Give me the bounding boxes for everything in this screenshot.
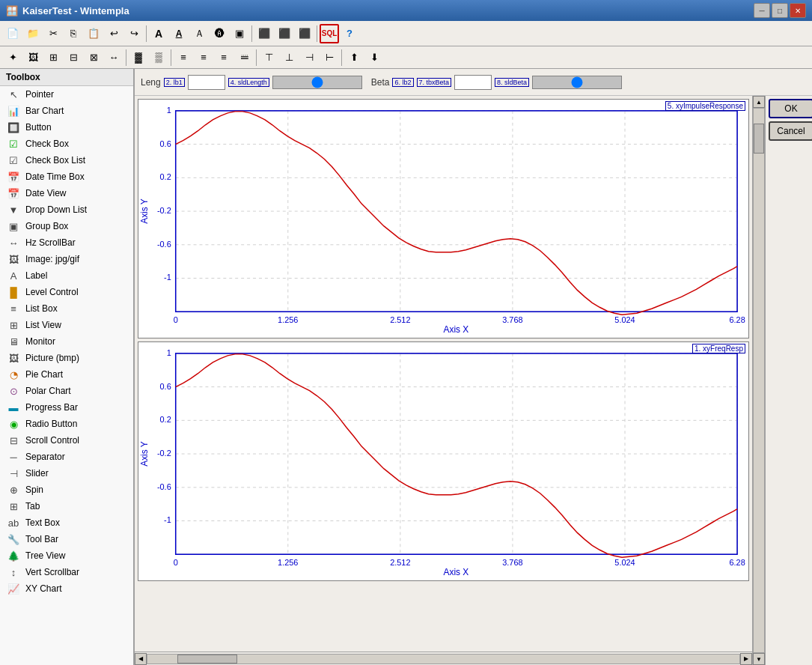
toolbox-item-date-view[interactable]: 📅Date View: [0, 185, 133, 201]
toolbar-text2-btn[interactable]: A: [169, 24, 189, 43]
scroll-up-btn[interactable]: ▲: [753, 96, 765, 108]
toolbox-item-label-2: Button: [25, 122, 52, 133]
toolbox-item-bar-chart[interactable]: 📊Bar Chart: [0, 103, 133, 119]
toolbox-item-text-box[interactable]: abText Box: [0, 514, 133, 531]
toolbar-align-j[interactable]: ⩸: [234, 48, 254, 67]
toolbox-item-scroll-control[interactable]: ⊟Scroll Control: [0, 432, 133, 449]
toolbar-align3-btn[interactable]: ⬛: [295, 24, 314, 43]
toolbar-dist1-btn[interactable]: ⊤: [259, 48, 278, 67]
toolbar-move-btn[interactable]: ↔: [104, 48, 123, 67]
toolbox-item-tool-bar[interactable]: 🔧Tool Bar: [0, 531, 133, 547]
polar-icon: ⊙: [6, 385, 21, 397]
content-area: Leng 2. lb1 4. sldLength Beta 6. lb2 7. …: [135, 69, 812, 665]
slider2-tag-top: 8. sldBeta: [495, 78, 529, 87]
toolbar-img2-btn[interactable]: ⊞: [43, 48, 63, 67]
toolbar-text-btn[interactable]: A: [149, 24, 168, 43]
toolbox-item-pie-chart[interactable]: ◔Pie Chart: [0, 366, 133, 383]
cancel-button[interactable]: Cancel: [769, 121, 812, 141]
toolbar-paste-btn[interactable]: 📋: [84, 24, 103, 43]
toolbar-align1-btn[interactable]: ⬛: [254, 24, 274, 43]
toolbar-color-btn[interactable]: 🅐: [210, 24, 229, 43]
toolbar-open-btn[interactable]: 📁: [23, 24, 43, 43]
side-buttons: OK Cancel: [765, 96, 812, 665]
toolbar-bars1-btn[interactable]: ▓: [129, 48, 148, 67]
toolbox-item-drop-down-list[interactable]: ▼Drop Down List: [0, 201, 133, 218]
toolbar-undo-btn[interactable]: ↩: [104, 24, 123, 43]
toolbar-sep-5: [171, 49, 171, 66]
toolbox-item-list-view[interactable]: ⊞List View: [0, 317, 133, 333]
toolbox-item-date-time-box[interactable]: 📅Date Time Box: [0, 168, 133, 185]
beta-slider[interactable]: [532, 76, 622, 89]
toolbox-item-xy-chart[interactable]: 📈XY Chart: [0, 580, 133, 597]
toolbox-item-vert-scrollbar[interactable]: ↕Vert Scrollbar: [0, 564, 133, 580]
scroll-right-btn[interactable]: ▶: [740, 653, 752, 665]
toolbar-sql-btn[interactable]: SQL: [320, 24, 339, 43]
toolbar-help-btn[interactable]: ?: [340, 24, 359, 43]
toolbar-redo-btn[interactable]: ↪: [124, 24, 144, 43]
toolbox-item-label[interactable]: ALabel: [0, 267, 133, 284]
toolbox-item-label-10: Image: jpg/gif: [25, 254, 79, 264]
scroll-vthumb[interactable]: [754, 124, 764, 154]
toolbox-item-label-26: Text Box: [25, 517, 60, 528]
ok-button[interactable]: OK: [769, 99, 812, 118]
svg-text:Axis Y: Axis Y: [139, 441, 150, 467]
scroll-left-btn[interactable]: ◀: [135, 653, 147, 665]
toolbar-img1-btn[interactable]: 🖼: [23, 48, 43, 67]
toolbox-item-level-control[interactable]: █Level Control: [0, 284, 133, 300]
toolbox-item-tab[interactable]: ⊞Tab: [0, 498, 133, 514]
scroll-vtrack[interactable]: [753, 108, 765, 653]
toolbox-item-group-box[interactable]: ▣Group Box: [0, 218, 133, 234]
toolbox-item-image--jpg-gif[interactable]: 🖼Image: jpg/gif: [0, 251, 133, 267]
scroll-thumb[interactable]: [177, 655, 237, 664]
toolbox-item-label-7: Drop Down List: [25, 204, 87, 215]
close-button[interactable]: ✕: [790, 3, 806, 18]
chart-1-panel: 5. xyImpulseResponse: [138, 99, 749, 338]
toolbar-align2-btn[interactable]: ⬛: [275, 24, 294, 43]
toolbox-item-separator[interactable]: ─Separator: [0, 449, 133, 465]
toolbar-align-center[interactable]: ≡: [194, 48, 213, 67]
toolbar-copy-btn[interactable]: ⎘: [64, 24, 83, 43]
checkbox-icon: ☑: [6, 138, 21, 150]
toolbox-item-picture--bmp-[interactable]: 🖼Picture (bmp): [0, 350, 133, 366]
toolbar-font-btn[interactable]: Ａ: [189, 24, 209, 43]
toolbar-dist4-btn[interactable]: ⊢: [320, 48, 339, 67]
toolbar-dist3-btn[interactable]: ⊣: [299, 48, 319, 67]
toolbox-item-label-22: Separator: [25, 452, 65, 462]
checklist-icon: ☑: [6, 154, 21, 166]
toolbox-item-hz-scrollbar[interactable]: ↔Hz ScrollBar: [0, 234, 133, 251]
toolbar-select-btn[interactable]: ⊠: [84, 48, 103, 67]
toolbar-grid-btn[interactable]: ⊟: [64, 48, 83, 67]
minimize-button[interactable]: ─: [754, 3, 770, 18]
toolbox-item-radio-button[interactable]: ◉Radio Button: [0, 416, 133, 432]
scroll-down-btn[interactable]: ▼: [753, 653, 765, 665]
toolbar-order1-btn[interactable]: ⬆: [344, 48, 364, 67]
toolbox-item-check-box-list[interactable]: ☑Check Box List: [0, 152, 133, 168]
length-slider[interactable]: [272, 76, 362, 89]
scroll-track[interactable]: [147, 654, 740, 664]
toolbox-item-polar-chart[interactable]: ⊙Polar Chart: [0, 383, 133, 399]
toolbox-item-monitor[interactable]: 🖥Monitor: [0, 333, 133, 350]
toolbar-bars2-btn[interactable]: ▒: [149, 48, 168, 67]
svg-text:2.512: 2.512: [390, 558, 410, 567]
toolbar-new-btn[interactable]: 📄: [3, 24, 22, 43]
toolbox-item-tree-view[interactable]: 🌲Tree View: [0, 547, 133, 564]
toolbar-align-left[interactable]: ≡: [174, 48, 193, 67]
toolbar-dist2-btn[interactable]: ⊥: [279, 48, 299, 67]
toolbar-cut-btn[interactable]: ✂: [43, 24, 63, 43]
toolbox-item-pointer[interactable]: ↖Pointer: [0, 86, 133, 103]
maximize-button[interactable]: □: [772, 3, 788, 18]
toolbar-align-right[interactable]: ≡: [214, 48, 233, 67]
toolbox-item-slider[interactable]: ⊣Slider: [0, 465, 133, 482]
toolbar-sep-2: [251, 25, 252, 42]
toolbox-item-spin[interactable]: ⊕Spin: [0, 482, 133, 498]
toolbox-item-button[interactable]: 🔲Button: [0, 119, 133, 136]
toolbar-star-btn[interactable]: ✦: [3, 48, 22, 67]
toolbar-order2-btn[interactable]: ⬇: [364, 48, 384, 67]
toolbox-item-list-box[interactable]: ≡List Box: [0, 300, 133, 317]
toolbox-item-progress-bar[interactable]: ▬Progress Bar: [0, 399, 133, 416]
toolbox-item-check-box[interactable]: ☑Check Box: [0, 136, 133, 152]
toolbox-item-label-8: Group Box: [25, 221, 68, 231]
leng-input[interactable]: [188, 75, 225, 90]
beta-input[interactable]: [454, 75, 492, 90]
toolbar-shape-btn[interactable]: ▣: [230, 24, 249, 43]
